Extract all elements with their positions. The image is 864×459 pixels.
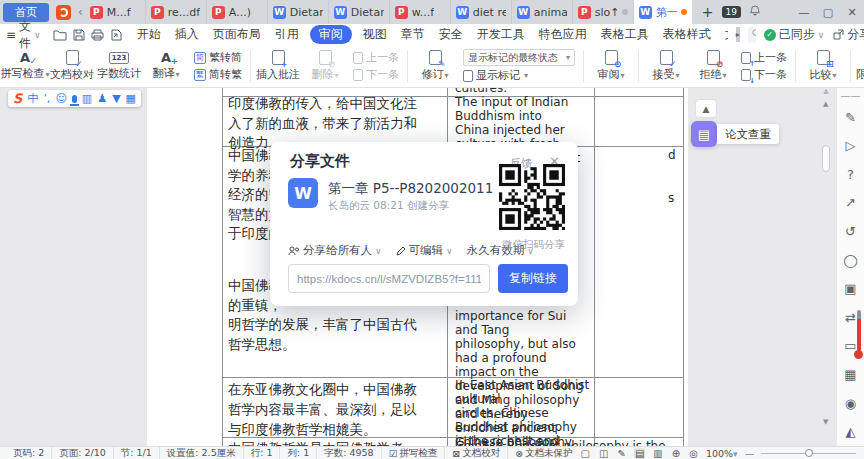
tab-count-badge[interactable]: 19 xyxy=(722,6,741,18)
zoom-out-button[interactable]: — xyxy=(745,448,755,459)
outline-view-icon[interactable]: ▥ xyxy=(652,448,663,459)
scroll-down-icon[interactable]: ▼ xyxy=(823,418,828,426)
new-tab-button[interactable]: + xyxy=(702,4,714,20)
history-icon[interactable]: ↺ xyxy=(837,217,864,246)
markup-state-dropdown[interactable]: 显示标记的最终状态▾ xyxy=(463,49,575,66)
zoom-slider[interactable] xyxy=(761,453,856,454)
menu-item-start[interactable]: 开始 xyxy=(134,25,164,44)
cursor-icon[interactable]: ▷ xyxy=(837,132,864,161)
tab-document-9[interactable]: Pslo↑ xyxy=(573,0,634,24)
share-button[interactable]: 分享 xyxy=(833,26,864,43)
next-comment-button[interactable]: 下一条 xyxy=(353,67,399,82)
scrollbar-thumb[interactable] xyxy=(822,145,830,172)
translate-button[interactable]: A+翻译▾ xyxy=(143,49,189,83)
track-changes-button[interactable]: ✎修订▾ xyxy=(412,48,458,84)
web-view-icon[interactable]: ⊕ xyxy=(671,448,681,459)
print-icon[interactable] xyxy=(91,29,104,41)
tab-document-7[interactable]: Wdiet re xyxy=(451,0,512,24)
gallery-icon[interactable]: ▣ xyxy=(837,274,864,303)
download-icon[interactable]: ◉ xyxy=(837,389,864,418)
ime-toolbox-icon[interactable]: ▦ xyxy=(126,92,136,105)
menu-item-document[interactable]: 文档 xyxy=(722,25,728,44)
paper-check-icon[interactable]: ▤ xyxy=(691,121,717,147)
wordcount-button[interactable]: 123字数统计 xyxy=(96,50,142,83)
delete-comment-button[interactable]: ⊘删除▾ xyxy=(302,48,348,84)
share-scope-dropdown[interactable]: 分享给所有人∨ xyxy=(288,243,382,258)
proofread-button[interactable]: ✓文档校对 xyxy=(49,48,95,84)
previous-change-button[interactable]: ↑上一条 xyxy=(741,50,787,65)
file-menu[interactable]: ≡ 文件 ∨ xyxy=(6,18,41,52)
menu-scroll-right-icon[interactable]: ▸ xyxy=(736,27,740,42)
tab-document-4[interactable]: WDietar xyxy=(268,0,329,24)
save-icon[interactable] xyxy=(73,29,85,41)
accept-change-button[interactable]: ✓接受▾ xyxy=(643,48,689,84)
notification-bell-icon[interactable] xyxy=(749,5,761,20)
spellcheck-status[interactable]: ☑拼写检查 xyxy=(382,447,446,459)
ime-toolbar[interactable]: S 中 ’, ☺ ▥ ♟ ▼ ▦ xyxy=(8,90,141,107)
open-folder-icon[interactable] xyxy=(53,29,67,41)
tab-document-1[interactable]: PM...f xyxy=(85,0,146,24)
eye-protect-icon[interactable]: ◎ xyxy=(688,448,699,459)
reject-change-button[interactable]: ⊘拒绝▾ xyxy=(690,48,736,84)
menu-item-security[interactable]: 安全 xyxy=(436,25,466,44)
document-canvas[interactable]: cultures. 印度佛教的传入，给中国文化注 入了新的血液，带来了新活力和 … xyxy=(0,88,864,446)
scroll-top-icon[interactable]: ≛ xyxy=(823,89,829,97)
show-markup-button[interactable]: 显示标记▾ xyxy=(463,68,575,83)
ime-skin-icon[interactable]: ▼ xyxy=(112,92,120,105)
tab-document-5[interactable]: WDietar xyxy=(329,0,390,24)
sogou-logo-icon[interactable]: S xyxy=(13,91,22,106)
shapes-icon[interactable]: ◯ xyxy=(837,246,864,275)
tab-document-6[interactable]: Pw...f xyxy=(390,0,451,24)
docer-app-icon[interactable] xyxy=(56,5,71,20)
sync-status[interactable]: ✓已同步∨ xyxy=(764,26,825,43)
menu-item-view[interactable]: 视图 xyxy=(360,25,390,44)
tab-document-3[interactable]: PA...) xyxy=(207,0,268,24)
export-icon[interactable] xyxy=(110,29,122,41)
vertical-scrollbar[interactable]: ≛ ▲ ▼ xyxy=(822,88,831,446)
previous-comment-button[interactable]: 上一条 xyxy=(353,50,399,65)
page-view-icon[interactable]: ▤ xyxy=(634,448,645,459)
restrict-editing-button[interactable]: ●限制编辑 xyxy=(855,48,864,84)
menu-item-table-style[interactable]: 表格样式 xyxy=(660,25,714,44)
protection-status[interactable]: ⊗文档未保护 xyxy=(508,447,579,459)
read-mode-icon[interactable]: ◫ xyxy=(598,448,609,459)
ime-language-icon[interactable]: 中 xyxy=(27,91,38,106)
share-link-input[interactable] xyxy=(288,264,490,293)
menu-item-table-tools[interactable]: 表格工具 xyxy=(598,25,652,44)
traditional-to-simplified-button[interactable]: 简繁转简 xyxy=(194,50,242,65)
menu-item-dev-tools[interactable]: 开发工具 xyxy=(474,25,528,44)
help-icon[interactable]: ? xyxy=(837,160,864,189)
panel-drag-handle[interactable]: —— xyxy=(841,90,861,103)
image-icon[interactable]: ▦ xyxy=(837,360,864,389)
permission-dropdown[interactable]: 可编辑∨ xyxy=(396,243,453,258)
tab-document-8[interactable]: Wanimal xyxy=(512,0,573,24)
ime-account-icon[interactable]: ♟ xyxy=(97,92,107,105)
fullscreen-view-icon[interactable]: ▢ xyxy=(580,448,591,459)
close-button[interactable]: ✕ xyxy=(840,6,864,19)
pen-icon[interactable]: ✎ xyxy=(837,103,864,132)
menu-item-review[interactable]: 审阅 xyxy=(310,25,352,44)
ime-keyboard-icon[interactable]: ▥ xyxy=(82,92,92,105)
compare-button[interactable]: ⊞比较▾ xyxy=(800,48,846,84)
write-mode-icon[interactable]: ✎ xyxy=(617,448,627,459)
menu-item-special-apps[interactable]: 特色应用 xyxy=(536,25,590,44)
next-change-button[interactable]: ↓下一条 xyxy=(741,67,787,82)
spellcheck-button[interactable]: A✓拼写检查▾ xyxy=(2,49,48,83)
zoom-slider-knob[interactable] xyxy=(805,449,813,457)
restore-button[interactable]: ▢ xyxy=(816,6,840,19)
ime-mic-icon[interactable] xyxy=(72,95,77,103)
word-count[interactable]: 字数: 4958 xyxy=(317,447,381,459)
tab-scroll-left-icon[interactable]: ‹ xyxy=(78,5,83,19)
simplified-to-traditional-button[interactable]: 繁简转繁 xyxy=(194,67,242,82)
minimize-button[interactable]: — xyxy=(792,6,816,19)
zoom-level[interactable]: 100%▾ xyxy=(706,448,738,459)
proofread-status[interactable]: ⊠文档校对 xyxy=(445,447,508,459)
tab-document-2[interactable]: Pre...df xyxy=(146,0,207,24)
insert-comment-button[interactable]: ＋插入批注 xyxy=(255,48,301,84)
ime-emoji-icon[interactable]: ☺ xyxy=(55,92,66,105)
menu-item-page-layout[interactable]: 页面布局 xyxy=(210,25,264,44)
command-search-box[interactable]: 查找命令、搜... xyxy=(748,27,756,43)
tab-document-active[interactable]: W第一章 xyxy=(634,0,692,24)
copy-link-button[interactable]: 复制链接 xyxy=(498,264,568,293)
paper-check-button[interactable]: 论文查重 xyxy=(717,124,779,144)
